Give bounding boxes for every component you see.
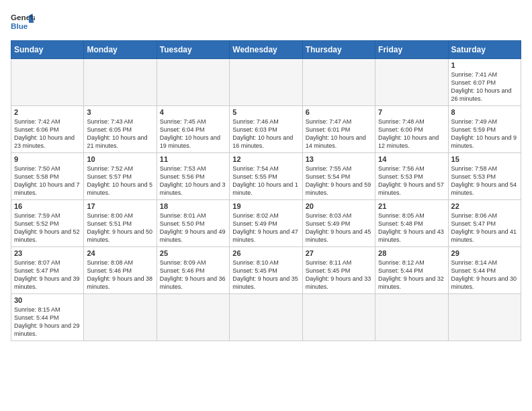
calendar-day-cell: 3Sunrise: 7:43 AM Sunset: 6:05 PM Daylig… bbox=[84, 106, 157, 153]
day-number: 17 bbox=[87, 202, 153, 210]
day-info: Sunrise: 7:58 AM Sunset: 5:53 PM Dayligh… bbox=[451, 165, 518, 197]
day-number: 18 bbox=[160, 202, 226, 210]
day-number: 4 bbox=[160, 108, 226, 116]
col-header-wednesday: Wednesday bbox=[230, 41, 302, 59]
day-number: 6 bbox=[306, 108, 372, 116]
calendar-week-row: 16Sunrise: 7:59 AM Sunset: 5:52 PM Dayli… bbox=[11, 200, 521, 247]
day-number: 27 bbox=[306, 249, 372, 257]
calendar-week-row: 23Sunrise: 8:07 AM Sunset: 5:47 PM Dayli… bbox=[11, 247, 521, 294]
day-info: Sunrise: 7:41 AM Sunset: 6:07 PM Dayligh… bbox=[451, 71, 518, 103]
calendar-day-cell: 25Sunrise: 8:09 AM Sunset: 5:46 PM Dayli… bbox=[157, 247, 229, 294]
calendar-day-cell: 10Sunrise: 7:52 AM Sunset: 5:57 PM Dayli… bbox=[84, 153, 157, 200]
day-number: 25 bbox=[160, 249, 226, 257]
calendar-day-cell: 29Sunrise: 8:14 AM Sunset: 5:44 PM Dayli… bbox=[448, 247, 521, 294]
day-info: Sunrise: 7:55 AM Sunset: 5:54 PM Dayligh… bbox=[306, 165, 372, 197]
day-info: Sunrise: 8:14 AM Sunset: 5:44 PM Dayligh… bbox=[451, 259, 518, 291]
header: General Blue bbox=[11, 11, 521, 35]
day-info: Sunrise: 8:10 AM Sunset: 5:45 PM Dayligh… bbox=[232, 259, 299, 291]
day-number: 8 bbox=[451, 108, 518, 116]
day-number: 22 bbox=[451, 202, 518, 210]
calendar-header-row: SundayMondayTuesdayWednesdayThursdayFrid… bbox=[11, 41, 521, 59]
day-info: Sunrise: 8:06 AM Sunset: 5:47 PM Dayligh… bbox=[451, 212, 518, 244]
day-number: 23 bbox=[14, 249, 81, 257]
day-number: 16 bbox=[14, 202, 81, 210]
day-info: Sunrise: 7:45 AM Sunset: 6:04 PM Dayligh… bbox=[160, 118, 226, 150]
day-number: 30 bbox=[14, 296, 81, 304]
day-info: Sunrise: 7:42 AM Sunset: 6:06 PM Dayligh… bbox=[14, 118, 81, 150]
calendar-day-cell: 9Sunrise: 7:50 AM Sunset: 5:58 PM Daylig… bbox=[11, 153, 84, 200]
day-number: 13 bbox=[306, 155, 372, 163]
col-header-saturday: Saturday bbox=[448, 41, 521, 59]
calendar-week-row: 30Sunrise: 8:15 AM Sunset: 5:44 PM Dayli… bbox=[11, 294, 521, 341]
day-number: 21 bbox=[378, 202, 445, 210]
calendar-day-cell: 27Sunrise: 8:11 AM Sunset: 5:45 PM Dayli… bbox=[302, 247, 375, 294]
calendar-day-cell: 16Sunrise: 7:59 AM Sunset: 5:52 PM Dayli… bbox=[11, 200, 84, 247]
day-info: Sunrise: 7:49 AM Sunset: 5:59 PM Dayligh… bbox=[451, 118, 518, 150]
calendar-day-cell: 7Sunrise: 7:48 AM Sunset: 6:00 PM Daylig… bbox=[375, 106, 448, 153]
day-info: Sunrise: 7:59 AM Sunset: 5:52 PM Dayligh… bbox=[14, 212, 81, 244]
day-number: 12 bbox=[232, 155, 299, 163]
day-number: 28 bbox=[378, 249, 445, 257]
calendar-day-cell bbox=[302, 59, 375, 106]
calendar-day-cell bbox=[375, 59, 448, 106]
calendar-day-cell: 6Sunrise: 7:47 AM Sunset: 6:01 PM Daylig… bbox=[302, 106, 375, 153]
calendar-day-cell bbox=[302, 294, 375, 341]
calendar-day-cell bbox=[11, 59, 84, 106]
calendar-day-cell: 26Sunrise: 8:10 AM Sunset: 5:45 PM Dayli… bbox=[230, 247, 302, 294]
day-info: Sunrise: 8:12 AM Sunset: 5:44 PM Dayligh… bbox=[378, 259, 445, 291]
calendar-table: SundayMondayTuesdayWednesdayThursdayFrid… bbox=[11, 40, 521, 341]
calendar-day-cell: 15Sunrise: 7:58 AM Sunset: 5:53 PM Dayli… bbox=[448, 153, 521, 200]
day-info: Sunrise: 7:43 AM Sunset: 6:05 PM Dayligh… bbox=[87, 118, 153, 150]
calendar-day-cell: 8Sunrise: 7:49 AM Sunset: 5:59 PM Daylig… bbox=[448, 106, 521, 153]
calendar-day-cell: 28Sunrise: 8:12 AM Sunset: 5:44 PM Dayli… bbox=[375, 247, 448, 294]
day-info: Sunrise: 8:11 AM Sunset: 5:45 PM Dayligh… bbox=[306, 259, 372, 291]
day-number: 9 bbox=[14, 155, 81, 163]
calendar-day-cell bbox=[157, 59, 229, 106]
calendar-day-cell bbox=[448, 294, 521, 341]
calendar-day-cell: 17Sunrise: 8:00 AM Sunset: 5:51 PM Dayli… bbox=[84, 200, 157, 247]
day-number: 26 bbox=[232, 249, 299, 257]
calendar-week-row: 2Sunrise: 7:42 AM Sunset: 6:06 PM Daylig… bbox=[11, 106, 521, 153]
day-number: 15 bbox=[451, 155, 518, 163]
day-number: 1 bbox=[451, 61, 518, 69]
calendar-day-cell: 21Sunrise: 8:05 AM Sunset: 5:48 PM Dayli… bbox=[375, 200, 448, 247]
day-info: Sunrise: 8:05 AM Sunset: 5:48 PM Dayligh… bbox=[378, 212, 445, 244]
col-header-monday: Monday bbox=[84, 41, 157, 59]
calendar-day-cell bbox=[230, 294, 302, 341]
day-info: Sunrise: 8:02 AM Sunset: 5:49 PM Dayligh… bbox=[232, 212, 299, 244]
calendar-day-cell: 30Sunrise: 8:15 AM Sunset: 5:44 PM Dayli… bbox=[11, 294, 84, 341]
day-info: Sunrise: 8:08 AM Sunset: 5:46 PM Dayligh… bbox=[87, 259, 153, 291]
calendar-day-cell: 1Sunrise: 7:41 AM Sunset: 6:07 PM Daylig… bbox=[448, 59, 521, 106]
calendar-day-cell bbox=[230, 59, 302, 106]
day-number: 14 bbox=[378, 155, 445, 163]
calendar-day-cell: 2Sunrise: 7:42 AM Sunset: 6:06 PM Daylig… bbox=[11, 106, 84, 153]
calendar-day-cell: 12Sunrise: 7:54 AM Sunset: 5:55 PM Dayli… bbox=[230, 153, 302, 200]
day-info: Sunrise: 8:01 AM Sunset: 5:50 PM Dayligh… bbox=[160, 212, 226, 244]
logo: General Blue bbox=[11, 11, 35, 35]
day-info: Sunrise: 8:03 AM Sunset: 5:49 PM Dayligh… bbox=[306, 212, 372, 244]
calendar-week-row: 9Sunrise: 7:50 AM Sunset: 5:58 PM Daylig… bbox=[11, 153, 521, 200]
day-info: Sunrise: 7:48 AM Sunset: 6:00 PM Dayligh… bbox=[378, 118, 445, 150]
logo-icon: General Blue bbox=[11, 11, 35, 35]
day-number: 24 bbox=[87, 249, 153, 257]
day-info: Sunrise: 8:15 AM Sunset: 5:44 PM Dayligh… bbox=[14, 306, 81, 338]
calendar-day-cell bbox=[157, 294, 229, 341]
col-header-sunday: Sunday bbox=[11, 41, 84, 59]
calendar-day-cell: 4Sunrise: 7:45 AM Sunset: 6:04 PM Daylig… bbox=[157, 106, 229, 153]
col-header-friday: Friday bbox=[375, 41, 448, 59]
calendar-day-cell: 18Sunrise: 8:01 AM Sunset: 5:50 PM Dayli… bbox=[157, 200, 229, 247]
calendar-day-cell: 24Sunrise: 8:08 AM Sunset: 5:46 PM Dayli… bbox=[84, 247, 157, 294]
day-number: 7 bbox=[378, 108, 445, 116]
day-info: Sunrise: 7:53 AM Sunset: 5:56 PM Dayligh… bbox=[160, 165, 226, 197]
calendar-day-cell: 11Sunrise: 7:53 AM Sunset: 5:56 PM Dayli… bbox=[157, 153, 229, 200]
svg-text:Blue: Blue bbox=[11, 21, 28, 30]
calendar-day-cell: 13Sunrise: 7:55 AM Sunset: 5:54 PM Dayli… bbox=[302, 153, 375, 200]
day-number: 11 bbox=[160, 155, 226, 163]
day-number: 5 bbox=[232, 108, 299, 116]
calendar-day-cell: 5Sunrise: 7:46 AM Sunset: 6:03 PM Daylig… bbox=[230, 106, 302, 153]
col-header-thursday: Thursday bbox=[302, 41, 375, 59]
day-info: Sunrise: 7:47 AM Sunset: 6:01 PM Dayligh… bbox=[306, 118, 372, 150]
calendar-day-cell: 20Sunrise: 8:03 AM Sunset: 5:49 PM Dayli… bbox=[302, 200, 375, 247]
calendar-day-cell: 23Sunrise: 8:07 AM Sunset: 5:47 PM Dayli… bbox=[11, 247, 84, 294]
col-header-tuesday: Tuesday bbox=[157, 41, 229, 59]
